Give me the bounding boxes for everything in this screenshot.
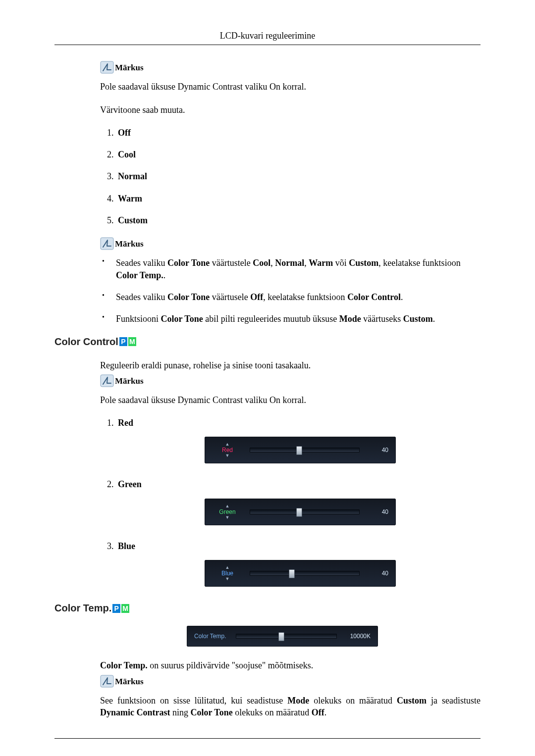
text: olekuks on määratud (309, 696, 397, 706)
text: , keelatakse funktsioon (378, 258, 460, 268)
slider-spinner[interactable]: ▲ Blue ▼ (212, 565, 243, 581)
page-title: LCD-kuvari reguleerimine (54, 30, 481, 42)
list-item-label: Off (118, 128, 131, 138)
list-item: Off (116, 127, 481, 139)
list-item: Green ▲ Green ▼ 40 (116, 478, 481, 525)
list-item: Normal (116, 170, 481, 182)
text: abil pilti reguleerides muutub üksuse (203, 314, 339, 324)
text: Mode (287, 696, 309, 706)
text: . (163, 270, 166, 280)
note-block: Märkus (100, 237, 481, 250)
slider-value: 40 (367, 446, 388, 454)
text: . (324, 707, 327, 717)
text: Custom (403, 314, 433, 324)
text: väärtusele (210, 292, 250, 302)
list-item: Blue ▲ Blue ▼ 40 (116, 540, 481, 587)
text: , (304, 258, 309, 268)
list-item: Cool (116, 149, 481, 160)
text: Funktsiooni (116, 314, 161, 324)
text: Reguleerib eraldi punase, rohelise ja si… (100, 360, 311, 370)
slider-track[interactable] (250, 571, 360, 576)
text: Cool (253, 258, 270, 268)
text: Pole saadaval üksuse Dynamic Contrast va… (100, 395, 306, 405)
list-item-label: Green (118, 479, 142, 489)
list-item-label: Normal (118, 171, 147, 181)
slider-spinner[interactable]: ▲ Green ▼ (212, 504, 243, 520)
slider-value: 10000K (344, 632, 371, 640)
color-control-heading: Color Control P M (54, 335, 481, 349)
list-item-label: Custom (118, 215, 148, 225)
slider-green: ▲ Green ▼ 40 (205, 499, 396, 525)
text: on suurus pildivärvide "soojuse" mõõtmis… (148, 660, 314, 670)
text: Color Tone (167, 258, 210, 268)
tag-p-icon: P (112, 604, 120, 613)
note-icon (100, 61, 114, 74)
color-control-intro: Reguleerib eraldi punase, rohelise ja si… (100, 359, 481, 371)
slider-blue: ▲ Blue ▼ 40 (205, 560, 396, 587)
slider-value: 40 (367, 508, 388, 516)
note-block: Märkus (100, 675, 481, 688)
text: Color Control (347, 292, 401, 302)
slider-red: ▲ Red ▼ 40 (205, 437, 396, 463)
color-temp-desc: Color Temp. on suurus pildivärvide "sooj… (100, 659, 481, 671)
chevron-down-icon[interactable]: ▼ (225, 454, 230, 458)
tag-m-icon: M (128, 337, 136, 346)
text: . (433, 314, 435, 324)
heading-text: Color Control (54, 335, 118, 349)
text: väärtustele (210, 258, 253, 268)
note-label: Märkus (115, 62, 144, 74)
text: Color Temp. (100, 660, 148, 670)
slider-value: 40 (367, 569, 388, 577)
note-label: Märkus (115, 376, 144, 387)
text: , (270, 258, 275, 268)
text: väärtuseks (361, 314, 403, 324)
slider-thumb[interactable] (289, 569, 295, 578)
slider-label: Red (222, 447, 233, 453)
text: Off (250, 292, 263, 302)
intro-line-2: Värvitoone saab muuta. (100, 104, 481, 116)
top-divider (54, 45, 481, 45)
slider-track[interactable] (250, 509, 360, 514)
note-icon (100, 374, 114, 387)
slider-spinner[interactable]: ▲ Red ▼ (212, 442, 243, 458)
text: . (401, 292, 403, 302)
bullet-item: Seades valiku Color Tone väärtusele Off,… (100, 291, 481, 303)
slider-label: Blue (221, 570, 233, 576)
text: Color Tone (167, 292, 210, 302)
slider-track[interactable] (236, 634, 337, 639)
intro-line-1: Pole saadaval üksuse Dynamic Contrast va… (100, 81, 481, 93)
chevron-up-icon[interactable]: ▲ (225, 504, 230, 508)
slider-thumb[interactable] (296, 508, 302, 517)
text: või (333, 258, 349, 268)
text: Seades valiku (116, 258, 167, 268)
list-item: Warm (116, 193, 481, 204)
tag-m-icon: M (121, 604, 129, 613)
list-item-label: Red (118, 418, 133, 428)
text: Off (312, 707, 324, 717)
tag-p-icon: P (119, 337, 127, 346)
text: Normal (275, 258, 304, 268)
slider-thumb[interactable] (296, 446, 302, 455)
text: Seades valiku (116, 292, 167, 302)
slider-thumb[interactable] (278, 632, 284, 641)
chevron-up-icon[interactable]: ▲ (225, 442, 230, 447)
list-item-label: Blue (118, 541, 135, 551)
text: Warm (309, 258, 333, 268)
text: Dynamic Contrast (100, 707, 170, 717)
slider-color-temp: Color Temp. 10000K (187, 626, 378, 647)
text: Color Tone (191, 707, 233, 717)
chevron-down-icon[interactable]: ▼ (225, 577, 230, 581)
list-item-label: Cool (118, 150, 136, 159)
chevron-up-icon[interactable]: ▲ (225, 565, 230, 570)
text: Custom (397, 696, 427, 706)
note-icon (100, 675, 114, 688)
note-label: Märkus (115, 676, 144, 688)
chevron-down-icon[interactable]: ▼ (225, 515, 230, 520)
note-block: Märkus (100, 374, 481, 387)
tone-list: Off Cool Normal Warm Custom (100, 127, 481, 226)
slider-label: Color Temp. (194, 633, 226, 640)
bottom-divider (54, 738, 481, 739)
text: Värvitoone saab muuta. (100, 105, 185, 115)
slider-track[interactable] (250, 448, 360, 453)
note-bullets: Seades valiku Color Tone väärtustele Coo… (100, 257, 481, 325)
